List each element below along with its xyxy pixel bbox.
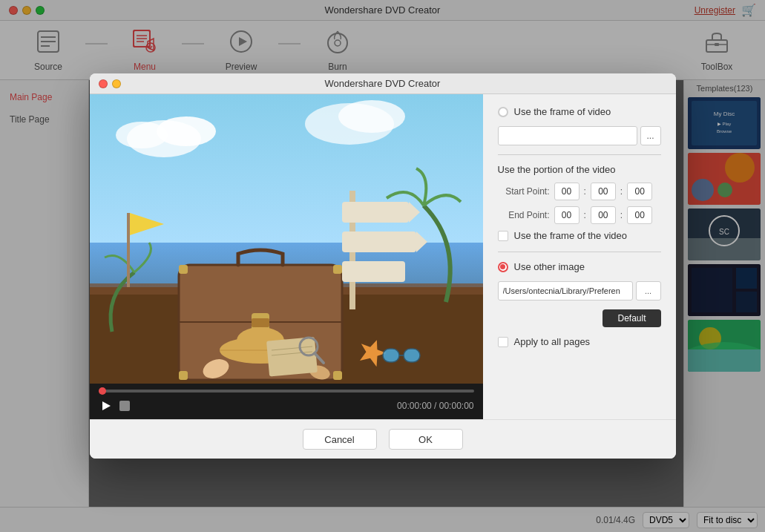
- svg-rect-54: [333, 371, 342, 380]
- dialog-overlay: Wondershare DVD Creator: [0, 0, 765, 532]
- portion-label: Use the portion of the video: [498, 164, 661, 175]
- svg-rect-60: [342, 231, 416, 252]
- apply-all-label: Apply to all pages: [514, 336, 591, 347]
- dialog-titlebar: Wondershare DVD Creator: [90, 73, 676, 94]
- dialog-min-button[interactable]: [112, 79, 121, 88]
- end-point-row: End Point: : :: [498, 206, 661, 224]
- video-player-side: 00:00:00 / 00:00:00: [90, 94, 483, 419]
- use-video-frame-checkbox-row: Use the frame of the video: [498, 230, 661, 241]
- controls-row: 00:00:00 / 00:00:00: [99, 398, 474, 413]
- dialog: Wondershare DVD Creator: [90, 73, 676, 459]
- svg-rect-72: [127, 213, 130, 287]
- dialog-window-controls: [99, 79, 121, 88]
- start-sep-1: :: [584, 186, 586, 197]
- start-ss[interactable]: [627, 183, 652, 200]
- svg-rect-61: [342, 261, 405, 282]
- use-image-radio[interactable]: [498, 262, 508, 272]
- progress-bar[interactable]: [99, 390, 474, 393]
- dialog-footer: Cancel OK: [90, 419, 676, 459]
- frame-input[interactable]: [498, 126, 637, 145]
- divider-2: [498, 252, 661, 252]
- end-sep-1: :: [584, 210, 586, 220]
- path-input-row: ...: [498, 281, 661, 301]
- image-path-input[interactable]: [498, 281, 633, 301]
- apply-all-row: Apply to all pages: [498, 336, 661, 347]
- end-hh[interactable]: [554, 206, 580, 224]
- image-browse-button[interactable]: ...: [636, 281, 661, 301]
- start-mm[interactable]: [591, 183, 616, 200]
- frame-browse-button[interactable]: ...: [640, 126, 661, 145]
- svg-rect-53: [179, 371, 188, 380]
- svg-rect-63: [404, 349, 420, 362]
- use-frame-radio[interactable]: [498, 107, 508, 117]
- divider-1: [498, 154, 661, 155]
- frame-input-row: ...: [498, 126, 661, 145]
- end-point-label: End Point:: [498, 210, 550, 220]
- end-ss[interactable]: [627, 206, 652, 224]
- svg-rect-59: [342, 202, 409, 223]
- svg-rect-67: [266, 337, 318, 376]
- svg-point-42: [338, 100, 405, 133]
- use-frame-radio-option[interactable]: Use the frame of video: [498, 106, 661, 117]
- svg-rect-51: [179, 265, 188, 274]
- video-controls: 00:00:00 / 00:00:00: [90, 384, 483, 419]
- svg-rect-62: [383, 349, 399, 362]
- apply-all-checkbox[interactable]: [498, 337, 508, 347]
- end-mm[interactable]: [591, 206, 616, 224]
- play-button[interactable]: [99, 398, 114, 413]
- default-button[interactable]: Default: [603, 309, 660, 327]
- use-frame-label: Use the frame of video: [514, 106, 611, 117]
- dialog-title: Wondershare DVD Creator: [325, 78, 441, 89]
- video-preview: [90, 94, 483, 384]
- time-display: 00:00:00 / 00:00:00: [397, 401, 473, 411]
- end-sep-2: :: [620, 210, 623, 220]
- svg-rect-52: [333, 265, 342, 274]
- cancel-button[interactable]: Cancel: [303, 429, 377, 450]
- progress-dot: [99, 387, 106, 395]
- use-image-label: Use other image: [514, 261, 585, 272]
- dialog-close-button[interactable]: [99, 79, 108, 88]
- start-hh[interactable]: [554, 183, 580, 200]
- controls-left: [99, 398, 130, 413]
- stop-button[interactable]: [119, 401, 130, 411]
- start-sep-2: :: [620, 186, 623, 197]
- dialog-body: 00:00:00 / 00:00:00 Use the frame of vid…: [90, 94, 676, 419]
- start-point-label: Start Point:: [498, 186, 550, 197]
- settings-side: Use the frame of video ... Use the porti…: [483, 94, 676, 419]
- use-video-frame-label: Use the frame of the video: [514, 230, 627, 241]
- svg-marker-74: [102, 401, 111, 410]
- use-video-frame-checkbox[interactable]: [498, 231, 508, 241]
- svg-point-40: [116, 122, 168, 148]
- start-point-row: Start Point: : :: [498, 183, 661, 200]
- use-image-radio-option[interactable]: Use other image: [498, 261, 661, 272]
- ok-button[interactable]: OK: [389, 429, 463, 450]
- svg-rect-50: [252, 318, 269, 327]
